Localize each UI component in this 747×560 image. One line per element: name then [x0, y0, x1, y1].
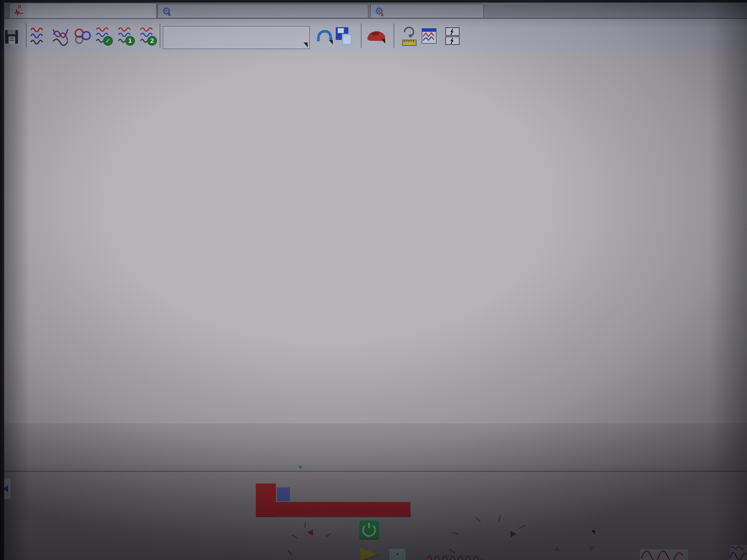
sync-level-up-icon[interactable] [554, 546, 560, 551]
waves-channel2-icon[interactable]: 2 [140, 25, 158, 48]
tab-cylinder-comparison[interactable]: ⚙ [370, 4, 484, 18]
preset-dropdown[interactable] [163, 26, 310, 49]
chevron-down-icon [329, 40, 333, 45]
svg-text:2: 2 [150, 37, 154, 44]
waves-accept-icon[interactable]: ✓ [96, 25, 113, 48]
record-button[interactable] [389, 548, 406, 560]
tab-secondary-voltage[interactable]: II [9, 3, 157, 18]
car-report-icon[interactable] [365, 25, 388, 48]
waveform-chart [0, 50, 747, 465]
svg-text:1: 1 [128, 37, 132, 44]
control-sine-button[interactable] [639, 549, 689, 560]
main-toolbar: ✓ 1 2 [0, 19, 747, 53]
signal-preview-strip [427, 552, 541, 560]
rotate-ruler-icon[interactable] [401, 25, 418, 48]
undo-icon[interactable] [315, 25, 335, 48]
control-sine-button-2[interactable] [729, 544, 747, 560]
secondary-voltage-waveform-icon: II [14, 4, 24, 17]
waves-channel1-icon[interactable]: 1 [118, 25, 135, 48]
svg-text:II: II [18, 4, 21, 9]
dial-needle-icon [307, 529, 313, 536]
chevron-down-icon [381, 39, 385, 44]
chevron-down-icon [591, 530, 595, 534]
svg-text:✓: ✓ [106, 37, 110, 44]
tab-cylinder-efficiency[interactable]: ⚙ [158, 4, 368, 18]
save-as-icon[interactable] [334, 25, 355, 48]
channel-power-button[interactable] [359, 521, 379, 540]
play-button[interactable] [360, 548, 378, 560]
panel-separator [0, 471, 747, 472]
channel-mode-banner [256, 502, 410, 516]
report-grid-icon[interactable] [420, 25, 438, 48]
split-panes-icon[interactable] [443, 25, 461, 48]
screen-left-edge [0, 0, 4, 560]
screen-top-edge [0, 0, 747, 3]
dial-needle-icon [511, 531, 516, 537]
cylinder-comparison-gear-icon: ⚙ [375, 6, 384, 16]
cylinder-efficiency-gear-icon: ⚙ [162, 6, 171, 16]
waves-all-icon[interactable] [29, 25, 47, 48]
waves-overlay-icon[interactable] [52, 25, 69, 48]
chevron-down-icon [298, 466, 303, 469]
record-dot-icon [396, 553, 398, 555]
chevron-down-icon [304, 43, 308, 47]
save-disk-icon[interactable] [3, 25, 21, 48]
channel-tab-2[interactable] [277, 487, 290, 501]
power-icon [362, 523, 376, 537]
tab-bar: II ⚙ ⚙ [0, 3, 747, 19]
rings-compare-icon[interactable] [74, 25, 92, 48]
oscilloscope-app: II ⚙ ⚙ [0, 0, 747, 560]
sync-level-down-icon[interactable] [588, 546, 594, 551]
